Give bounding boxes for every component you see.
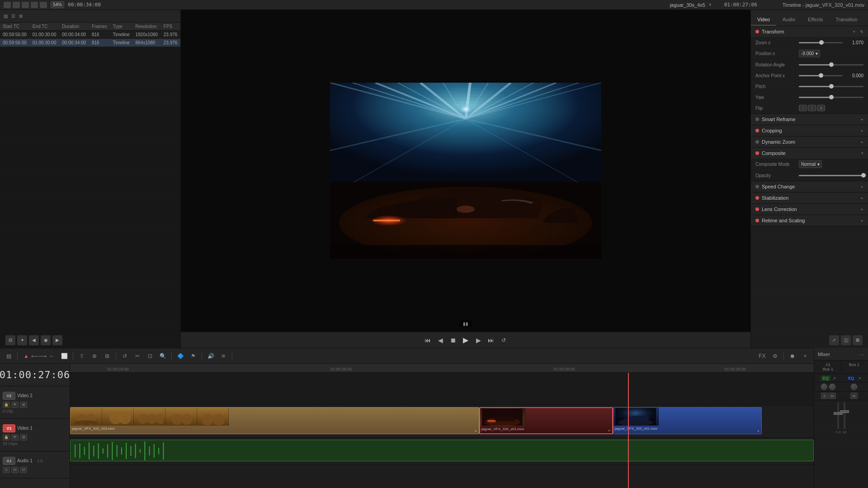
zoom-slider[interactable] bbox=[799, 42, 843, 43]
fx-chain-btn[interactable]: FX bbox=[757, 351, 767, 361]
view-toggle-grid[interactable]: ⊞ bbox=[19, 14, 23, 19]
cropping-header[interactable]: Cropping ▸ bbox=[751, 125, 868, 136]
mixer-menu-btn[interactable]: ··· bbox=[859, 351, 864, 358]
a1-knob-2[interactable] bbox=[829, 384, 835, 390]
play-btn[interactable]: ▶ bbox=[461, 336, 470, 345]
clip-vfx320[interactable]: jaguar_VFX_320_v01.mov ▸ bbox=[479, 407, 613, 434]
flip-reset-btn[interactable]: ⊘ bbox=[817, 105, 825, 111]
toolbar-icon-5[interactable] bbox=[40, 2, 47, 8]
opacity-slider[interactable] bbox=[799, 175, 863, 176]
table-row[interactable]: 00:59:56:00 01:00:30:00 00:00:34:00 816 … bbox=[0, 39, 180, 47]
razor-btn[interactable]: ✂ bbox=[132, 351, 142, 361]
rotation-slider-container[interactable] bbox=[799, 64, 863, 66]
toolbar-icon-3[interactable] bbox=[22, 2, 29, 8]
yaw-slider-container[interactable] bbox=[799, 97, 863, 98]
select-tool-btn[interactable]: ▲ bbox=[21, 351, 31, 361]
a1-mute-btn[interactable]: M bbox=[11, 467, 19, 473]
col-fps[interactable]: FPS bbox=[161, 23, 180, 31]
audio-track-btn[interactable]: 🔊 bbox=[206, 351, 216, 361]
stop-btn[interactable]: ⏹ bbox=[448, 336, 458, 345]
clip-vfx310[interactable]: jaguar_VFX_310_v03.mov ▸ bbox=[70, 407, 479, 434]
transform-edit-icon[interactable]: ✎ bbox=[860, 29, 863, 34]
tab-audio[interactable]: Audio bbox=[776, 14, 802, 26]
tab-effects[interactable]: Effects bbox=[802, 14, 829, 26]
v1-link-btn[interactable]: ⊞ bbox=[20, 434, 27, 441]
replace-btn[interactable]: ⊞ bbox=[102, 351, 112, 361]
insert-btn[interactable]: ⇧ bbox=[77, 351, 87, 361]
snapping-btn[interactable]: 🔷 bbox=[175, 351, 185, 361]
col-duration[interactable]: Duration bbox=[59, 23, 89, 31]
mixer-a1-eq[interactable]: EQ ↗ bbox=[816, 375, 841, 380]
overwrite-btn[interactable]: ⊕ bbox=[90, 351, 99, 361]
bus1-knob-1[interactable] bbox=[851, 384, 857, 390]
col-resolution[interactable]: Resolution bbox=[133, 23, 161, 31]
transform-header[interactable]: Transform ▾ ✎ bbox=[751, 26, 868, 37]
go-to-end-btn[interactable]: ⏭ bbox=[486, 336, 495, 345]
flip-v-btn[interactable]: ↕ bbox=[808, 105, 816, 111]
transform-tool-btn[interactable]: ⊡ bbox=[145, 351, 155, 361]
toolbar-icon-2[interactable] bbox=[13, 2, 20, 8]
tab-video[interactable]: Video bbox=[751, 14, 776, 26]
audio-clip[interactable] bbox=[70, 440, 814, 461]
zoom-tool-btn[interactable]: 🔍 bbox=[158, 351, 168, 361]
smooth-cut-btn[interactable]: ↺ bbox=[120, 351, 130, 361]
anchor-slider-container[interactable] bbox=[799, 75, 843, 76]
playhead[interactable] bbox=[628, 373, 629, 488]
a1-solo-btn[interactable]: S bbox=[3, 467, 10, 473]
retime-scaling-header[interactable]: Retime and Scaling ▸ bbox=[751, 215, 868, 226]
media-pool-toggle-btn[interactable]: ▤ bbox=[4, 351, 14, 361]
toolbar-icon-4[interactable] bbox=[31, 2, 38, 8]
v1-eye-btn[interactable]: 👁 bbox=[11, 434, 19, 441]
dynamic-trim-btn[interactable]: ↔ bbox=[47, 351, 57, 361]
col-frames[interactable]: Frames bbox=[89, 23, 110, 31]
a1-lock-btn[interactable]: M bbox=[20, 467, 27, 473]
view-toggle-list[interactable]: ☰ bbox=[11, 14, 15, 19]
v2-eye-btn[interactable]: 👁 bbox=[11, 402, 19, 408]
record-btn[interactable]: ⏺ bbox=[788, 351, 797, 361]
zoom-slider-container[interactable] bbox=[799, 42, 843, 43]
composite-mode-dropdown[interactable]: Normal ▾ bbox=[799, 160, 822, 168]
audio-waveform-btn[interactable]: ≋ bbox=[218, 351, 228, 361]
v1-lock-btn[interactable]: 🔒 bbox=[3, 434, 10, 441]
mixer-bus1-eq[interactable]: EQ ↗ bbox=[842, 375, 867, 380]
bus1-m-btn[interactable]: M bbox=[850, 393, 858, 399]
clip-vfx320-blue[interactable]: jaguar_VFX_320_v01.mov ▸ bbox=[613, 407, 762, 434]
col-start-tc[interactable]: Start TC bbox=[0, 23, 30, 31]
v2-link-btn[interactable]: ⊞ bbox=[20, 402, 27, 408]
pitch-slider-container[interactable] bbox=[799, 86, 863, 87]
stabilization-header[interactable]: Stabilization ▸ bbox=[751, 192, 868, 203]
lens-correction-header[interactable]: Lens Correction ▸ bbox=[751, 204, 868, 215]
go-to-start-btn[interactable]: ⏮ bbox=[423, 336, 432, 345]
a1-s-btn[interactable]: S bbox=[821, 393, 828, 399]
step-back-btn[interactable]: ◀ bbox=[436, 336, 445, 345]
v2-lock-btn[interactable]: 🔒 bbox=[3, 402, 10, 408]
dynamic-zoom-header[interactable]: Dynamic Zoom ▸ bbox=[751, 136, 868, 147]
zoom-display[interactable]: 54% bbox=[51, 1, 64, 8]
speed-change-header[interactable]: Speed Change ▸ bbox=[751, 181, 868, 192]
composite-header[interactable]: Composite ▾ bbox=[751, 148, 868, 159]
step-fwd-btn[interactable]: ▶ bbox=[474, 336, 483, 345]
col-type[interactable]: Type bbox=[110, 23, 132, 31]
col-end-tc[interactable]: End TC bbox=[30, 23, 60, 31]
blade-edit-btn[interactable]: ⬜ bbox=[59, 351, 69, 361]
smart-reframe-header[interactable]: Smart Reframe ▸ bbox=[751, 114, 868, 125]
pitch-slider[interactable] bbox=[799, 86, 863, 87]
loop-btn[interactable]: ↺ bbox=[499, 336, 508, 345]
position-value: -9.000 bbox=[801, 51, 814, 56]
flag-btn[interactable]: ⚑ bbox=[188, 351, 198, 361]
flip-h-btn[interactable]: ↔ bbox=[799, 105, 807, 111]
trim-tool-btn[interactable]: ⟵⟶ bbox=[34, 351, 44, 361]
a1-knob-1[interactable] bbox=[821, 384, 827, 390]
anchor-slider[interactable] bbox=[799, 75, 843, 76]
opacity-slider-container[interactable] bbox=[799, 175, 863, 176]
tab-transition[interactable]: Transition bbox=[830, 14, 864, 26]
a1-m-btn[interactable]: M bbox=[829, 393, 836, 399]
toolbar-icon-1[interactable] bbox=[4, 2, 11, 8]
bus1-fader[interactable] bbox=[840, 410, 849, 413]
add-track-btn[interactable]: + bbox=[800, 351, 810, 361]
yaw-slider[interactable] bbox=[799, 97, 863, 98]
table-row[interactable]: 00:59:56:00 01:00:30:00 00:00:34:00 816 … bbox=[0, 31, 180, 39]
timeline-settings-btn[interactable]: ⚙ bbox=[770, 351, 780, 361]
position-dropdown[interactable]: -9.000 ▾ bbox=[799, 50, 820, 57]
rotation-slider[interactable] bbox=[799, 64, 863, 66]
